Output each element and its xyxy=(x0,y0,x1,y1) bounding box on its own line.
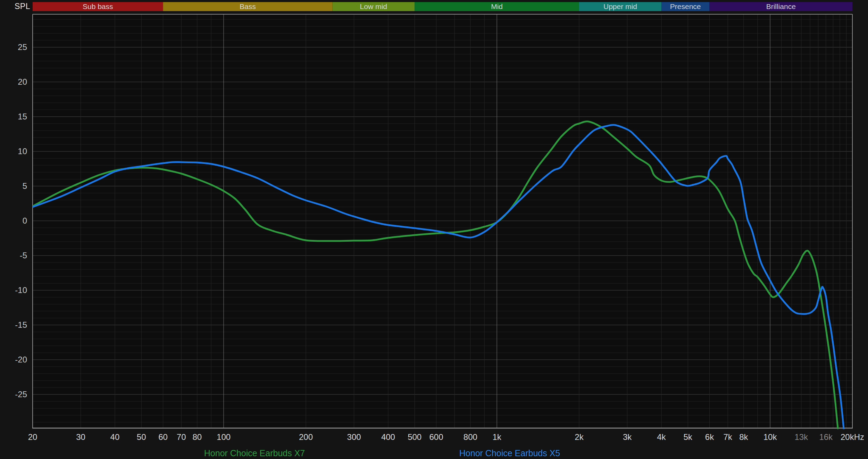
y-tick-label: -15 xyxy=(15,320,27,329)
legend-item-x7: Honor Choice Earbuds X7 xyxy=(204,448,305,458)
y-tick-label: 0 xyxy=(23,216,27,225)
x-tick-label: 500 xyxy=(408,432,422,442)
x-tick-label: 10k xyxy=(763,432,777,442)
x-tick-label: 400 xyxy=(381,432,395,442)
legend-item-x5: Honor Choice Earbuds X5 xyxy=(459,448,560,458)
x-tick-label: 20 xyxy=(28,432,37,442)
chart-canvas: Sub bassBassLow midMidUpper midPresenceB… xyxy=(0,0,868,459)
x-tick-label: 300 xyxy=(347,432,361,442)
x-tick-label: 5k xyxy=(683,432,692,442)
x-tick-label: 600 xyxy=(429,432,443,442)
x-tick-label: 4k xyxy=(657,432,666,442)
x-tick-label: 20kHz xyxy=(841,432,864,442)
x-tick-label: 3k xyxy=(623,432,632,442)
band-label: Low mid xyxy=(360,2,387,10)
y-tick-label: 10 xyxy=(18,147,27,156)
x-tick-label: 100 xyxy=(217,432,231,442)
x-tick-label: 16k xyxy=(819,432,833,442)
x-tick-label: 7k xyxy=(724,432,733,442)
frequency-band-strip: Sub bassBassLow midMidUpper midPresenceB… xyxy=(33,2,852,11)
y-tick-label: -20 xyxy=(15,355,27,364)
plot-background xyxy=(33,14,852,428)
band-label: Presence xyxy=(670,2,701,10)
y-tick-label: 20 xyxy=(18,77,27,86)
y-axis-title: SPL xyxy=(15,2,30,11)
x-tick-label: 800 xyxy=(464,432,477,442)
x-tick-label: 70 xyxy=(177,432,186,442)
x-tick-label: 30 xyxy=(76,432,85,442)
y-axis-labels: 2520151050-5-10-15-20-25 xyxy=(15,42,27,399)
y-tick-label: 25 xyxy=(18,42,27,52)
x-tick-label: 1k xyxy=(492,432,501,442)
x-tick-label: 50 xyxy=(137,432,146,442)
y-tick-label: -5 xyxy=(20,251,27,260)
x-tick-label: 2k xyxy=(575,432,584,442)
y-tick-label: -10 xyxy=(15,285,27,295)
x-tick-label: 60 xyxy=(158,432,168,442)
x-tick-label: 13k xyxy=(794,432,808,442)
band-label: Upper mid xyxy=(603,2,637,10)
x-tick-label: 200 xyxy=(299,432,313,442)
y-tick-label: -25 xyxy=(15,390,27,399)
x-axis-labels: 203040506070801002003004005006008001k2k3… xyxy=(28,432,864,442)
band-label: Brilliance xyxy=(766,2,796,10)
band-label: Sub bass xyxy=(83,2,113,10)
x-tick-label: 80 xyxy=(192,432,202,442)
y-tick-label: 15 xyxy=(18,112,27,121)
y-tick-label: 5 xyxy=(23,181,27,191)
band-label: Bass xyxy=(240,2,256,10)
x-tick-label: 8k xyxy=(739,432,748,442)
x-tick-label: 6k xyxy=(705,432,714,442)
frequency-response-chart: Sub bassBassLow midMidUpper midPresenceB… xyxy=(0,0,868,459)
band-label: Mid xyxy=(491,2,503,10)
x-tick-label: 40 xyxy=(110,432,120,442)
